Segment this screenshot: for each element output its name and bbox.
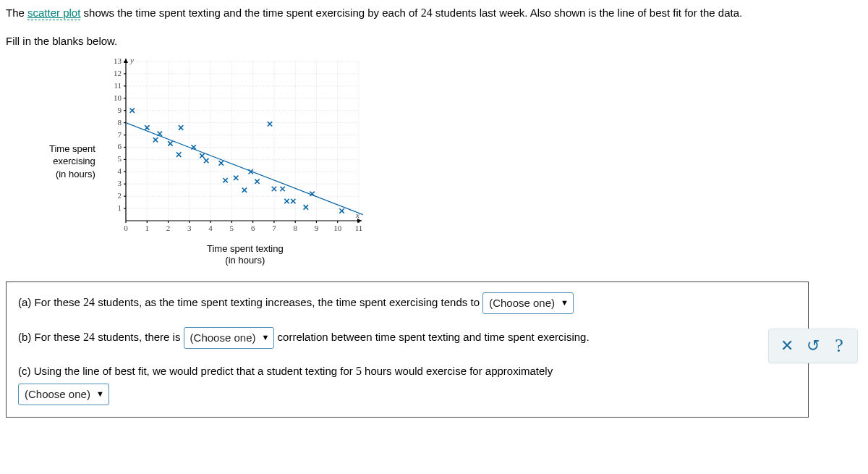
svg-text:9: 9 <box>117 105 122 114</box>
svg-text:2: 2 <box>166 224 171 232</box>
help-button[interactable]: ? <box>827 334 851 358</box>
svg-marker-29 <box>124 59 128 63</box>
svg-text:0: 0 <box>124 224 128 232</box>
chevron-down-icon: ▼ <box>561 297 569 310</box>
help-icon: ? <box>835 335 843 357</box>
y-axis-label: Time spent exercising (in hours) <box>49 143 104 181</box>
close-icon: ✕ <box>780 337 793 355</box>
dropdown-b[interactable]: (Choose one)▼ <box>184 327 275 349</box>
side-toolbar: ✕ ↺ ? <box>768 329 858 363</box>
svg-text:1: 1 <box>145 224 149 232</box>
svg-text:1: 1 <box>117 203 122 212</box>
svg-text:10: 10 <box>333 224 342 232</box>
svg-text:10: 10 <box>114 93 122 101</box>
svg-text:8: 8 <box>293 224 297 232</box>
question-c: (c) Using the line of best fit, we would… <box>18 362 796 405</box>
dropdown-c[interactable]: (Choose one)▼ <box>18 384 109 405</box>
svg-text:11: 11 <box>355 224 363 232</box>
svg-text:5: 5 <box>117 154 122 163</box>
svg-text:12: 12 <box>114 68 122 77</box>
intro-mid2: students last week. Also shown is the li… <box>433 7 743 19</box>
intro-line-2: Fill in the blanks below. <box>6 33 862 50</box>
dropdown-a[interactable]: (Choose one)▼ <box>482 292 574 314</box>
question-a: (a) For these 24 students, as the time s… <box>18 292 796 314</box>
chevron-down-icon: ▼ <box>96 388 104 401</box>
svg-text:3: 3 <box>187 224 192 232</box>
close-button[interactable]: ✕ <box>775 334 799 358</box>
svg-text:2: 2 <box>117 191 122 200</box>
reset-icon: ↺ <box>807 337 820 355</box>
svg-text:4: 4 <box>117 166 122 175</box>
intro-mid1: shows the time spent texting and the tim… <box>80 7 420 19</box>
chart-block: Time spent exercising (in hours) 0123456… <box>49 56 862 268</box>
intro-line-1: The scatter plot shows the time spent te… <box>6 4 862 22</box>
svg-text:6: 6 <box>251 224 255 232</box>
intro-count: 24 <box>421 7 433 19</box>
reset-button[interactable]: ↺ <box>801 334 825 358</box>
svg-text:11: 11 <box>114 80 122 89</box>
svg-text:7: 7 <box>117 130 122 138</box>
question-b: (b) For these 24 students, there is (Cho… <box>18 327 796 349</box>
svg-line-82 <box>126 122 363 214</box>
svg-text:7: 7 <box>272 224 276 232</box>
svg-text:4: 4 <box>208 224 213 232</box>
svg-text:13: 13 <box>114 56 122 65</box>
svg-text:3: 3 <box>117 179 122 187</box>
questions-box: (a) For these 24 students, as the time s… <box>6 282 809 418</box>
svg-text:y: y <box>129 56 134 64</box>
scatter-plot-chart: 0123456789101112345678910111213yx <box>104 56 365 238</box>
intro-prefix: The <box>6 7 27 19</box>
svg-text:5: 5 <box>229 224 234 232</box>
scatter-plot-link[interactable]: scatter plot <box>27 7 80 20</box>
chevron-down-icon: ▼ <box>262 331 270 344</box>
svg-text:8: 8 <box>117 117 122 126</box>
x-axis-label: Time spent texting (in hours) <box>104 243 365 268</box>
svg-text:6: 6 <box>117 142 122 151</box>
svg-text:9: 9 <box>315 224 319 232</box>
